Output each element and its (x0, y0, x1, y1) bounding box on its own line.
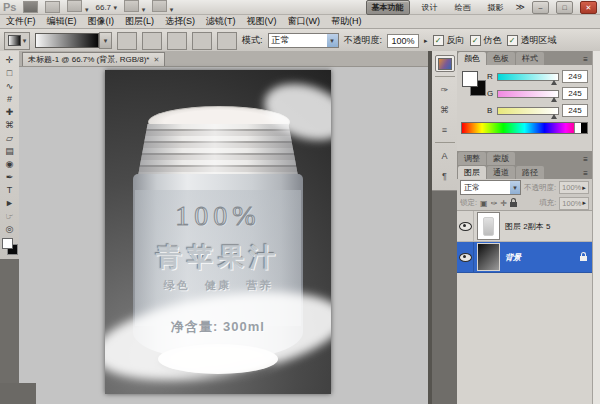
mini-bridge-icon[interactable] (45, 1, 60, 13)
character-panel-icon[interactable]: A (435, 147, 455, 164)
panel-menu-icon[interactable]: ≡ (580, 155, 591, 165)
layer-opacity-value[interactable]: 100%▸ (559, 181, 589, 194)
angle-gradient-button[interactable] (167, 32, 187, 50)
red-slider[interactable] (497, 73, 559, 81)
panel-foreground-swatch[interactable] (462, 71, 478, 87)
layer-comps-panel-icon[interactable]: ≡ (435, 121, 455, 138)
workspace-overflow-button[interactable]: ≫ (516, 2, 525, 12)
hand-tool[interactable]: ☞ (2, 210, 17, 222)
paragraph-panel-icon[interactable]: ¶ (435, 167, 455, 184)
menu-layer[interactable]: 图层(L) (125, 15, 154, 28)
lock-transparency-icon[interactable]: ▣ (480, 199, 488, 208)
reverse-checkbox[interactable]: ✓反向 (433, 34, 465, 47)
layer-thumbnail-cell[interactable] (474, 243, 502, 271)
menu-window[interactable]: 窗口(W) (288, 15, 321, 28)
tab-styles[interactable]: 样式 (516, 52, 544, 65)
tab-color[interactable]: 颜色 (458, 52, 486, 65)
green-value-input[interactable]: 245 (562, 87, 588, 100)
visibility-cell[interactable] (457, 211, 474, 241)
launch-bridge-icon[interactable] (23, 1, 38, 13)
visibility-cell[interactable] (457, 242, 474, 272)
slider-thumb[interactable] (551, 80, 557, 85)
blue-slider[interactable] (497, 107, 559, 115)
menu-view[interactable]: 视图(V) (247, 15, 277, 28)
slider-thumb[interactable] (551, 114, 557, 119)
arrange-documents-button[interactable]: ▾ (124, 0, 145, 14)
healing-brush-tool[interactable]: ✚ (2, 106, 17, 118)
clone-source-panel-icon[interactable]: ⌘ (435, 101, 455, 118)
gradient-tool-preset-button[interactable]: ▾ (4, 32, 30, 50)
zoom-level-button[interactable]: 66.7 ▾ (96, 2, 118, 12)
dither-checkbox[interactable]: ✓仿色 (470, 34, 502, 47)
panel-menu-icon[interactable]: ≡ (580, 169, 591, 179)
move-tool[interactable]: ✛ (2, 54, 17, 66)
gradient-sample[interactable] (35, 33, 99, 48)
lock-all-icon[interactable] (510, 202, 517, 207)
pen-tool[interactable]: ✒ (2, 171, 17, 183)
layer-blend-mode-select[interactable]: 正常▾ (460, 180, 521, 195)
menu-file[interactable]: 文件(F) (6, 15, 36, 28)
fill-value[interactable]: 100%▸ (559, 197, 589, 210)
path-select-tool[interactable]: ► (2, 197, 17, 209)
close-button[interactable]: ✕ (580, 1, 597, 14)
dock-scrollbar[interactable] (592, 51, 600, 404)
lasso-tool[interactable]: ∿ (2, 80, 17, 92)
blur-tool[interactable]: ◉ (2, 158, 17, 170)
foreground-color-swatch[interactable] (2, 238, 13, 249)
gradient-picker[interactable]: ▾ (35, 32, 112, 49)
gradient-tool[interactable]: ▤ (2, 145, 17, 157)
reflected-gradient-button[interactable] (192, 32, 212, 50)
workspace-design-button[interactable]: 设计 (417, 1, 443, 14)
screen-mode-button[interactable]: ▾ (152, 0, 173, 14)
lock-pixels-icon[interactable]: ✑ (491, 199, 498, 208)
restore-button[interactable]: □ (556, 1, 573, 14)
menu-filter[interactable]: 滤镜(T) (206, 15, 236, 28)
workspace-photography-button[interactable]: 摄影 (483, 1, 509, 14)
layer-name[interactable]: 图层 2副本 5 (502, 221, 592, 232)
green-slider[interactable] (497, 90, 559, 98)
slider-thumb[interactable] (551, 97, 557, 102)
linear-gradient-button[interactable] (117, 32, 137, 50)
workspace-essentials-button[interactable]: 基本功能 (366, 0, 410, 15)
tab-layers[interactable]: 图层 (458, 166, 486, 179)
tab-adjustments[interactable]: 调整 (458, 152, 486, 165)
tab-close-icon[interactable]: ✕ (153, 56, 159, 64)
workspace-painting-button[interactable]: 绘画 (450, 1, 476, 14)
menu-image[interactable]: 图像(I) (88, 15, 115, 28)
layer-name[interactable]: 背景 (502, 252, 580, 263)
layer-thumbnail-cell[interactable] (474, 212, 502, 240)
layer-row-background[interactable]: 背景 (457, 242, 592, 273)
white-chip[interactable] (574, 123, 581, 133)
history-panel-icon[interactable] (435, 55, 455, 72)
tab-swatches[interactable]: 色板 (487, 52, 515, 65)
canvas[interactable]: 100% 青苹果汁 绿色 健康 营养 净含量: 300ml (105, 70, 331, 394)
tab-masks[interactable]: 蒙版 (487, 152, 515, 165)
view-extras-button[interactable]: ▾ (67, 0, 88, 14)
opacity-input[interactable]: 100% (387, 34, 419, 48)
red-value-input[interactable]: 249 (562, 70, 588, 83)
marquee-tool[interactable]: □ (2, 67, 17, 79)
panel-menu-icon[interactable]: ≡ (580, 55, 591, 65)
eraser-tool[interactable]: ▱ (2, 132, 17, 144)
zoom-tool[interactable]: ◎ (2, 223, 17, 235)
color-spectrum-ramp[interactable] (461, 122, 588, 134)
radial-gradient-button[interactable] (142, 32, 162, 50)
document-tab[interactable]: 未标题-1 @ 66.7% (背景, RGB/8)* ✕ (22, 52, 165, 66)
transparency-checkbox[interactable]: ✓透明区域 (507, 34, 557, 47)
diamond-gradient-button[interactable] (217, 32, 237, 50)
menu-help[interactable]: 帮助(H) (331, 15, 362, 28)
blend-mode-select[interactable]: 正常▾ (268, 33, 339, 48)
menu-select[interactable]: 选择(S) (165, 15, 195, 28)
lock-position-icon[interactable]: ✛ (500, 199, 507, 208)
crop-tool[interactable]: # (2, 93, 17, 105)
gradient-picker-arrow[interactable]: ▾ (99, 32, 112, 49)
blue-value-input[interactable]: 245 (562, 104, 588, 117)
tab-paths[interactable]: 路径 (516, 166, 544, 179)
clone-stamp-tool[interactable]: ⌘ (2, 119, 17, 131)
black-chip[interactable] (581, 123, 587, 133)
minimize-button[interactable]: – (532, 1, 549, 14)
tab-channels[interactable]: 通道 (487, 166, 515, 179)
menu-edit[interactable]: 编辑(E) (47, 15, 77, 28)
brush-presets-panel-icon[interactable]: ✑ (435, 81, 455, 98)
layer-row-can[interactable]: 图层 2副本 5 (457, 211, 592, 242)
